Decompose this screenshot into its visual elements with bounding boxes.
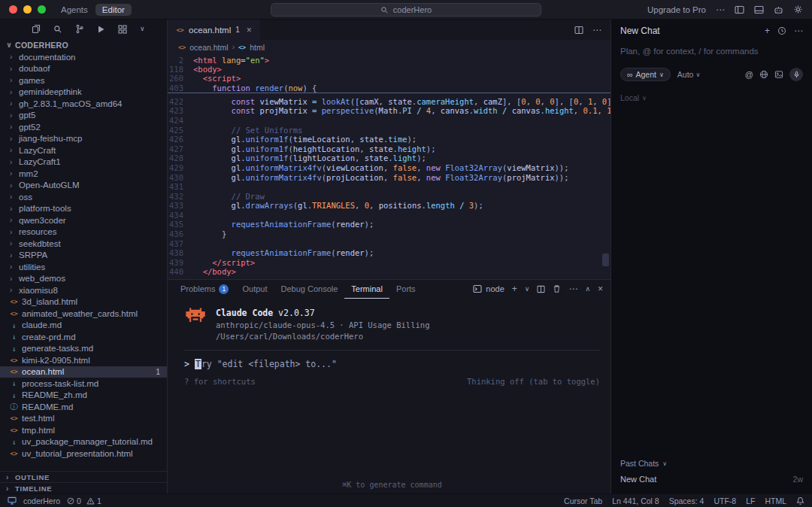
folder-documentation[interactable]: ›documentation — [0, 51, 167, 63]
new-terminal-icon[interactable]: + — [512, 284, 517, 293]
file-tmp.html[interactable]: <>tmp.html — [0, 424, 167, 436]
split-terminal-icon[interactable] — [537, 285, 545, 293]
code-line[interactable]: 435 requestAnimationFrame(render); — [168, 220, 611, 229]
code-line[interactable]: 436 } — [168, 229, 611, 239]
folder-seekdbtest[interactable]: ›seekdbtest — [0, 238, 167, 250]
file-test.html[interactable]: <>test.html — [0, 413, 167, 425]
code-line[interactable]: 260 <script> — [168, 74, 611, 83]
chat-input[interactable]: Plan, @ for context, / for commands — [620, 47, 803, 56]
panel-tab-output[interactable]: Output — [235, 280, 274, 299]
outline-section-header[interactable]: › OUTLINE — [0, 471, 167, 482]
code-line[interactable]: 424 — [168, 116, 611, 126]
code-line[interactable]: 426 gl.uniform1f(timeLocation, state.tim… — [168, 135, 611, 144]
model-dropdown[interactable]: Auto ∨ — [677, 70, 700, 79]
code-line[interactable]: 2<html lang="en"> — [168, 56, 611, 65]
notifications-bell-icon[interactable] — [796, 496, 804, 505]
generate-command-hint[interactable]: ⌘K to generate command — [184, 481, 600, 493]
local-context-dropdown[interactable]: Local ∨ — [620, 93, 803, 102]
terminal-shell-item[interactable]: node — [473, 284, 504, 293]
layout-panel-icon[interactable] — [754, 5, 764, 14]
code-line[interactable]: 431 — [168, 182, 611, 192]
folder-Open-AutoGLM[interactable]: ›Open-AutoGLM — [0, 180, 167, 192]
code-line[interactable]: 440 </body> — [168, 267, 611, 277]
editor-mode-pill[interactable]: Editor — [95, 4, 132, 16]
file-uv_package_manager_tutorial.md[interactable]: ↓uv_package_manager_tutorial.md — [0, 436, 167, 448]
global-search-bar[interactable]: coderHero — [271, 3, 541, 17]
status-language-mode[interactable]: HTML — [765, 496, 786, 505]
code-line[interactable]: 429 gl.uniformMatrix4fv(viewLocation, fa… — [168, 163, 611, 173]
close-window-button[interactable] — [9, 5, 17, 14]
workspace-root-row[interactable]: ∨ CODERHERO — [0, 38, 167, 51]
extensions-icon[interactable] — [118, 25, 127, 34]
kill-terminal-icon[interactable] — [553, 284, 561, 293]
code-line[interactable]: 433 gl.drawArrays(gl.TRIANGLES, 0, posit… — [168, 201, 611, 211]
folder-gh_2.83.1_macOS_amd64[interactable]: ›gh_2.83.1_macOS_amd64 — [0, 98, 167, 110]
editor-scrollbar[interactable] — [602, 254, 609, 266]
more-actions-icon[interactable]: ⋯ — [716, 5, 725, 14]
file-generate-tasks.md[interactable]: ↓generate-tasks.md — [0, 343, 167, 355]
folder-platform-tools[interactable]: ›platform-tools — [0, 203, 167, 215]
remote-indicator-icon[interactable] — [8, 496, 17, 505]
folder-SRPPA[interactable]: ›SRPPA — [0, 250, 167, 262]
file-create-prd.md[interactable]: ↓create-prd.md — [0, 331, 167, 343]
code-line[interactable]: 439 </script> — [168, 258, 611, 268]
layout-sidebar-icon[interactable] — [735, 5, 744, 14]
file-animated_weather_cards.html[interactable]: <>animated_weather_cards.html — [0, 308, 167, 320]
file-kimi-k2-0905.html[interactable]: <>kimi-k2-0905.html — [0, 354, 167, 366]
timeline-section-header[interactable]: › TIMELINE — [0, 482, 167, 493]
folder-games[interactable]: ›games — [0, 74, 167, 87]
folder-utilities[interactable]: ›utilities — [0, 261, 167, 273]
code-line[interactable]: 422 const viewMatrix = lookAt([camX, sta… — [168, 97, 611, 107]
new-file-icon[interactable] — [32, 24, 41, 34]
folder-LazyCraft1[interactable]: ›LazyCraft1 — [0, 156, 167, 168]
panel-tab-terminal[interactable]: Terminal — [344, 280, 389, 299]
web-icon[interactable] — [759, 70, 768, 79]
folder-geminideepthink[interactable]: ›geminideepthink — [0, 87, 167, 99]
more-actions-icon[interactable]: ⋯ — [794, 26, 803, 35]
run-debug-icon[interactable] — [97, 25, 105, 34]
file-ocean.html[interactable]: <>ocean.html1 — [0, 366, 167, 378]
folder-gpt5[interactable]: ›gpt5 — [0, 110, 167, 122]
folder-LazyCraft[interactable]: ›LazyCraft — [0, 144, 167, 156]
file-README.md[interactable]: ⓘREADME.md — [0, 401, 167, 413]
chat-history-item[interactable]: New Chat2w — [620, 471, 803, 487]
tab-ocean-html[interactable]: <> ocean.html 1 × — [168, 20, 260, 40]
file-process-task-list.md[interactable]: ↓process-task-list.md — [0, 378, 167, 390]
status-indentation[interactable]: Spaces: 4 — [669, 496, 704, 505]
folder-resources[interactable]: ›resources — [0, 226, 167, 238]
code-line[interactable]: 423 const projMatrix = perspective(Math.… — [168, 106, 611, 116]
status-eol[interactable]: LF — [746, 496, 755, 505]
history-icon[interactable] — [777, 26, 786, 35]
close-tab-icon[interactable]: × — [247, 25, 252, 35]
folder-oss[interactable]: ›oss — [0, 191, 167, 203]
folder-jiang-feishu-mcp[interactable]: ›jiang-feishu-mcp — [0, 133, 167, 145]
panel-tab-ports[interactable]: Ports — [389, 280, 423, 299]
past-chats-header[interactable]: Past Chats ∨ — [620, 456, 803, 471]
mention-icon[interactable]: @ — [745, 71, 753, 79]
agent-mode-dropdown[interactable]: ∞ Agent ∨ — [620, 68, 671, 81]
breadcrumb-symbol[interactable]: html — [250, 43, 265, 52]
folder-mm2[interactable]: ›mm2 — [0, 168, 167, 180]
file-claude.md[interactable]: ↓claude.md — [0, 320, 167, 332]
status-cursor-position[interactable]: Ln 441, Col 8 — [612, 496, 659, 505]
chevron-down-icon[interactable]: ∨ — [525, 286, 530, 293]
folder-web_demos[interactable]: ›web_demos — [0, 273, 167, 285]
panel-tab-problems[interactable]: Problems1 — [174, 280, 235, 299]
folder-xiaomisu8[interactable]: ›xiaomisu8 — [0, 284, 167, 296]
code-line[interactable]: 438 requestAnimationFrame(render); — [168, 248, 611, 258]
upgrade-to-pro-button[interactable]: Upgrade to Pro — [647, 5, 706, 14]
folder-gpt52[interactable]: ›gpt52 — [0, 121, 167, 133]
code-line[interactable]: 430 gl.uniformMatrix4fv(projLocation, fa… — [168, 173, 611, 183]
settings-gear-icon[interactable] — [793, 5, 803, 14]
code-editor[interactable]: 422 const viewMatrix = lookAt([camX, sta… — [168, 93, 611, 279]
minimize-window-button[interactable] — [23, 5, 32, 14]
search-icon[interactable] — [53, 25, 62, 34]
terminal-view[interactable]: Claude Code v2.0.37 anthropic/claude-opu… — [168, 299, 611, 493]
new-chat-icon[interactable]: + — [765, 26, 770, 35]
sticky-scroll[interactable]: 2<html lang="en">118<body>260 <script>40… — [168, 54, 611, 93]
thinking-toggle-hint[interactable]: Thinking off (tab to toggle) — [467, 377, 600, 386]
close-panel-icon[interactable]: × — [598, 284, 603, 293]
folder-doubaof[interactable]: ›doubaof — [0, 63, 167, 75]
split-editor-icon[interactable] — [574, 26, 583, 35]
agents-menu[interactable]: Agents — [61, 5, 88, 14]
